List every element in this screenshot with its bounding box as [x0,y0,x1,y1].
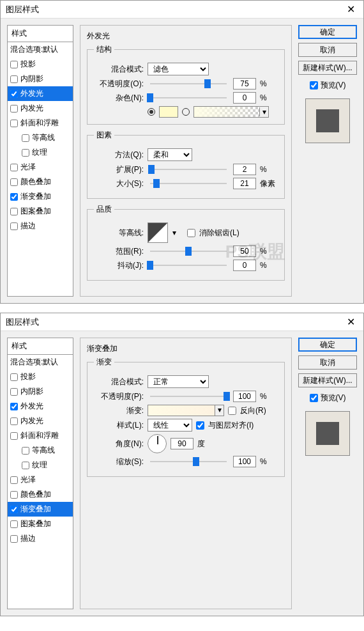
style-item[interactable]: 等高线 [8,130,73,145]
style-item[interactable]: 渐变叠加 [8,189,73,204]
style-checkbox[interactable] [22,447,29,455]
angle-input[interactable] [171,438,193,449]
opacity-slider[interactable] [150,83,227,84]
new-style-button[interactable]: 新建样式(W)... [298,61,357,75]
style-item[interactable]: 斜面和浮雕 [8,428,73,443]
ok-button[interactable]: 确定 [298,25,357,39]
style-checkbox[interactable] [10,222,18,230]
style-checkbox[interactable] [10,120,18,127]
style-item[interactable]: 外发光 [8,86,73,101]
style-item[interactable]: 图案叠加 [8,204,73,219]
gradient-swatch[interactable]: ▾ [193,106,269,118]
cancel-button[interactable]: 取消 [298,43,357,57]
noise-slider[interactable] [150,97,227,98]
style-checkbox[interactable] [10,491,18,499]
style-item[interactable]: 描边 [8,531,73,546]
gradient-group: 渐变 混合模式: 正常 不透明度(P): % 渐变: ▾ 反向(R) [87,357,285,477]
style-checkbox[interactable] [10,535,18,543]
style-item[interactable]: 内发光 [8,101,73,116]
range-input[interactable] [233,245,256,257]
style-checkbox[interactable] [10,373,18,381]
chevron-down-icon[interactable]: ▾ [172,228,176,237]
opacity-input[interactable] [233,391,256,402]
style-checkbox[interactable] [10,75,18,83]
style-item[interactable]: 颜色叠加 [8,487,73,502]
technique-select[interactable]: 柔和 [148,148,192,161]
style-checkbox[interactable] [10,506,18,513]
style-checkbox[interactable] [10,432,18,440]
style-item[interactable]: 光泽 [8,472,73,487]
angle-dial[interactable] [148,434,167,453]
antialias-checkbox[interactable] [187,229,195,237]
style-checkbox[interactable] [10,164,18,171]
style-item[interactable]: 图案叠加 [8,517,73,531]
style-checkbox[interactable] [10,476,18,484]
style-item[interactable]: 内发光 [8,414,73,428]
style-item[interactable]: 渐变叠加 [8,502,73,517]
jitter-slider[interactable] [150,265,227,266]
style-item[interactable]: 颜色叠加 [8,175,73,189]
align-with-layer-checkbox[interactable] [196,421,204,430]
chevron-down-icon[interactable]: ▾ [215,405,224,416]
noise-input[interactable] [233,92,256,104]
style-item[interactable]: 内阴影 [8,72,73,86]
scale-slider[interactable] [150,461,227,462]
style-item[interactable]: 斜面和浮雕 [8,116,73,130]
style-checkbox[interactable] [10,520,18,528]
style-checkbox[interactable] [10,208,18,215]
close-icon[interactable]: ✕ [338,1,363,19]
style-checkbox[interactable] [22,149,29,157]
style-item[interactable]: 描边 [8,219,73,233]
style-item[interactable]: 投影 [8,57,73,72]
style-item[interactable]: 外发光 [8,399,73,414]
style-item[interactable]: 纹理 [8,145,73,160]
close-icon[interactable]: ✕ [338,313,363,331]
style-checkbox[interactable] [22,462,29,469]
style-checkbox[interactable] [10,61,18,68]
blend-mode-select[interactable]: 正常 [148,375,209,388]
style-item[interactable]: 等高线 [8,443,73,458]
range-slider[interactable] [150,251,227,252]
ok-button[interactable]: 确定 [298,338,357,352]
gradient-picker[interactable]: ▾ [148,405,224,416]
preview-toggle[interactable]: 预览(V) [298,80,357,91]
preview-box [305,98,350,143]
preview-checkbox[interactable] [310,394,318,402]
style-checkbox[interactable] [10,178,18,186]
contour-picker[interactable]: ▾ [148,222,168,243]
style-checkbox[interactable] [10,403,18,410]
style-item[interactable]: 投影 [8,370,73,384]
opacity-slider[interactable] [150,396,227,397]
style-checkbox[interactable] [10,193,18,201]
style-checkbox[interactable] [22,134,29,142]
jitter-input[interactable] [233,260,256,271]
gradient-style-select[interactable]: 线性 [148,419,192,432]
spread-input[interactable] [233,164,256,175]
solid-color-swatch[interactable] [159,106,178,118]
size-slider[interactable] [150,183,227,184]
style-checkbox[interactable] [10,388,18,396]
reverse-checkbox[interactable] [228,407,236,415]
gradient-color-radio[interactable] [182,108,190,116]
opacity-input[interactable] [233,78,256,90]
style-label: 斜面和浮雕 [20,430,59,441]
new-style-button[interactable]: 新建样式(W)... [298,373,357,387]
blend-options-row[interactable]: 混合选项:默认 [8,355,73,370]
style-item[interactable]: 纹理 [8,458,73,472]
spread-slider[interactable] [150,169,227,170]
style-item[interactable]: 光泽 [8,160,73,175]
chevron-down-icon[interactable]: ▾ [259,107,268,116]
layer-style-dialog-gradient-overlay: 图层样式 ✕ 样式 混合选项:默认 投影内阴影外发光内发光斜面和浮雕等高线纹理光… [0,313,364,616]
size-input[interactable] [233,178,256,189]
style-checkbox[interactable] [10,105,18,113]
preview-checkbox[interactable] [310,81,318,90]
solid-color-radio[interactable] [148,108,155,116]
cancel-button[interactable]: 取消 [298,355,357,370]
blend-mode-select[interactable]: 滤色 [148,63,209,75]
scale-input[interactable] [233,456,256,467]
style-item[interactable]: 内阴影 [8,384,73,399]
style-checkbox[interactable] [10,90,18,98]
blend-options-row[interactable]: 混合选项:默认 [8,42,73,57]
style-checkbox[interactable] [10,417,18,425]
preview-toggle[interactable]: 预览(V) [298,393,357,403]
